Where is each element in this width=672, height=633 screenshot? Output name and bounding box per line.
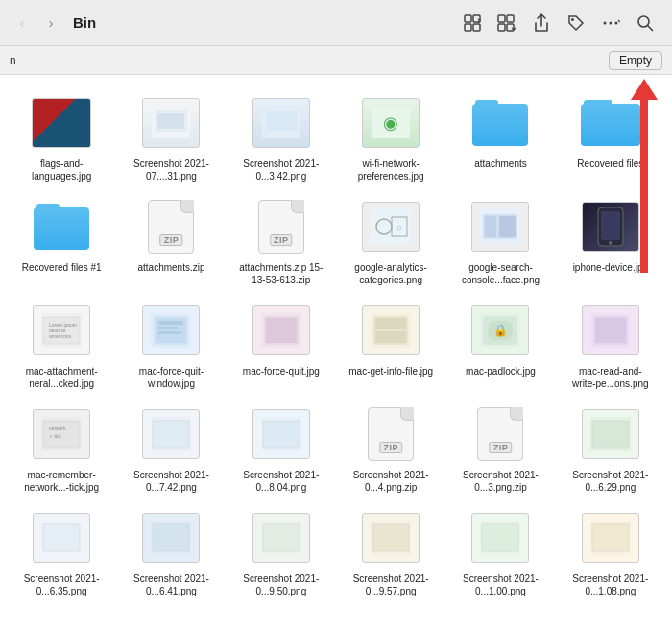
file-icon <box>580 403 641 465</box>
list-item[interactable]: Screenshot 2021-0...9.50.png <box>228 501 335 601</box>
file-label: mac-force-quit-window.jpg <box>128 365 214 390</box>
list-item[interactable]: ZIP attachments.zip 15-13-53-613.zip <box>228 190 335 290</box>
empty-button[interactable]: Empty <box>609 51 662 70</box>
titlebar: ‹ › Bin <box>0 0 672 46</box>
list-item[interactable]: attachments <box>446 86 554 186</box>
zip-thumbnail: ZIP <box>258 200 304 254</box>
svg-rect-78 <box>592 524 629 551</box>
list-item[interactable]: network✓ tick mac-remember-network...-ti… <box>8 398 115 498</box>
svg-rect-6 <box>498 24 505 31</box>
file-icon <box>580 196 641 257</box>
file-label: Recovered files #1 <box>22 261 102 274</box>
list-item[interactable]: Screenshot 2021-0...1.00.png <box>446 501 554 601</box>
list-item[interactable]: ZIP Screenshot 2021-0...3.png.zip <box>446 398 554 498</box>
file-label: Screenshot 2021-0...6.41.png <box>128 572 214 597</box>
image-thumbnail <box>582 409 639 459</box>
svg-rect-41 <box>158 327 178 329</box>
svg-rect-1 <box>473 15 480 22</box>
back-button[interactable]: ‹ <box>12 12 33 34</box>
file-icon: ○ <box>360 196 421 257</box>
file-label: attachments.zip 15-13-53-613.zip <box>238 261 324 286</box>
share-button[interactable] <box>526 8 557 38</box>
svg-rect-64 <box>263 421 300 448</box>
file-icon: network✓ tick <box>31 403 92 465</box>
svg-point-10 <box>610 21 612 24</box>
file-icon: ZIP <box>251 196 312 257</box>
svg-rect-28 <box>499 216 516 237</box>
list-item[interactable]: google-search-console...face.png <box>446 190 554 290</box>
list-item[interactable]: Screenshot 2021-0...7.42.png <box>117 398 225 498</box>
svg-line-13 <box>648 25 653 30</box>
image-thumbnail <box>582 513 639 563</box>
list-item[interactable]: mac-force-quit.jpg <box>228 294 335 394</box>
list-item[interactable]: Screenshot 2021-0...3.42.png <box>228 86 335 186</box>
svg-rect-2 <box>465 24 471 31</box>
file-label: Screenshot 2021-0...8.04.png <box>238 469 324 494</box>
svg-rect-5 <box>507 15 514 22</box>
more-button[interactable] <box>595 8 626 38</box>
image-thumbnail <box>471 202 529 252</box>
file-icon <box>360 300 421 361</box>
file-icon <box>580 92 641 154</box>
svg-text:◉: ◉ <box>383 113 398 133</box>
svg-rect-30 <box>601 211 620 240</box>
list-item[interactable]: Recovered files #1 <box>8 190 115 290</box>
view-options-button[interactable] <box>492 8 522 38</box>
view-grid-button[interactable] <box>457 8 488 38</box>
search-icon <box>636 14 654 32</box>
file-label: mac-read-and-write-pe...ons.png <box>567 365 654 390</box>
svg-rect-16 <box>157 113 184 129</box>
list-item[interactable]: ZIP Screenshot 2021-0...4.png.zip <box>337 398 444 498</box>
svg-text:network: network <box>49 426 66 431</box>
file-label: Screenshot 2021-07....31.png <box>128 158 214 183</box>
file-label: mac-padlock.jpg <box>466 365 536 377</box>
image-thumbnail <box>252 513 310 563</box>
toolbar <box>457 8 660 38</box>
list-item[interactable]: Screenshot 2021-0...9.57.png <box>337 501 444 601</box>
list-item[interactable]: Screenshot 2021-0...6.35.png <box>8 501 115 601</box>
list-item[interactable]: mac-read-and-write-pe...ons.png <box>557 294 664 394</box>
svg-rect-4 <box>498 15 505 22</box>
file-icon: 🔒 <box>469 300 531 361</box>
tag-icon <box>567 14 585 32</box>
list-item[interactable]: Screenshot 2021-07....31.png <box>117 86 225 186</box>
arrow-shaft <box>640 100 648 273</box>
pathbar: n Empty <box>0 46 672 75</box>
tag-button[interactable] <box>561 8 591 38</box>
file-icon <box>140 507 202 569</box>
file-icon <box>469 92 531 154</box>
list-item[interactable]: Screenshot 2021-0...6.41.png <box>117 501 225 601</box>
svg-rect-74 <box>372 524 409 551</box>
zip-thumbnail: ZIP <box>477 407 523 461</box>
list-item[interactable]: Screenshot 2021-0...8.04.png <box>228 398 335 498</box>
svg-rect-3 <box>473 24 480 31</box>
list-item[interactable]: ○ google-analytics-categories.png <box>337 190 444 290</box>
list-item[interactable]: flags-and-languages.jpg <box>8 86 115 186</box>
file-label: Screenshot 2021-0...7.42.png <box>128 469 214 494</box>
forward-button[interactable]: › <box>40 12 61 34</box>
list-item[interactable]: ◉ wi-fi-network-preferences.jpg <box>337 86 444 186</box>
back-icon: ‹ <box>20 15 25 31</box>
list-item[interactable]: 🔒 mac-padlock.jpg <box>446 294 554 394</box>
zip-thumbnail: ZIP <box>148 200 194 254</box>
list-item[interactable]: ZIP attachments.zip <box>117 190 225 290</box>
list-item[interactable]: mac-get-info-file.jpg <box>337 294 444 394</box>
file-icon <box>140 300 202 361</box>
file-icon: ZIP <box>360 403 421 465</box>
list-item[interactable]: mac-force-quit-window.jpg <box>117 294 225 394</box>
file-grid: flags-and-languages.jpg Screenshot 2021-… <box>8 86 664 601</box>
image-thumbnail <box>32 98 91 148</box>
list-item[interactable]: Lorem ipsumdolor sitamet cons mac-attach… <box>8 294 115 394</box>
file-icon: ◉ <box>360 92 421 154</box>
search-button[interactable] <box>630 8 660 38</box>
image-thumbnail <box>142 305 200 355</box>
file-label: attachments.zip <box>137 261 204 274</box>
file-label: attachments <box>474 158 526 170</box>
svg-rect-68 <box>43 524 80 551</box>
file-icon <box>360 507 421 569</box>
file-icon <box>140 92 202 154</box>
image-thumbnail <box>582 202 639 252</box>
list-item[interactable]: Screenshot 2021-0...1.08.png <box>557 501 664 601</box>
list-item[interactable]: Screenshot 2021-0...6.29.png <box>557 398 664 498</box>
file-icon <box>251 92 312 154</box>
